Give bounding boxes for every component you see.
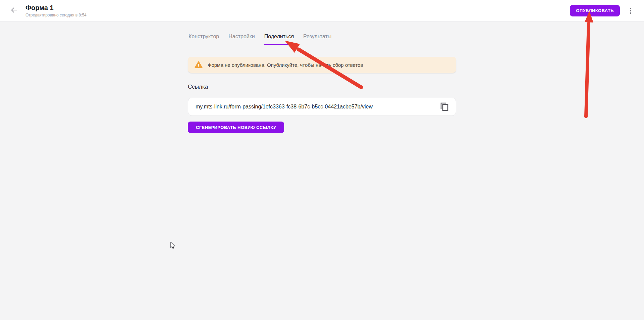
top-bar: Форма 1 Отредактировано сегодня в 8:54 О… xyxy=(0,0,644,21)
tab-settings[interactable]: Настройки xyxy=(228,34,255,45)
generate-new-link-button[interactable]: СГЕНЕРИРОВАТЬ НОВУЮ ССЫЛКУ xyxy=(188,122,284,133)
last-edited-status: Отредактировано сегодня в 8:54 xyxy=(25,13,87,17)
kebab-menu-icon xyxy=(630,8,631,14)
form-link-field[interactable]: my.mts-link.ru/form-passing/1efc3363-fc3… xyxy=(188,98,456,116)
form-link-value: my.mts-link.ru/form-passing/1efc3363-fc3… xyxy=(196,104,373,110)
back-button[interactable] xyxy=(8,5,20,17)
link-section-label: Ссылка xyxy=(188,84,456,90)
tab-results[interactable]: Результаты xyxy=(303,34,332,45)
publish-button[interactable]: ОПУБЛИКОВАТЬ xyxy=(570,5,620,16)
copy-link-button[interactable] xyxy=(439,101,450,112)
arrow-left-icon xyxy=(10,6,18,15)
tab-constructor[interactable]: Конструктор xyxy=(188,34,220,45)
more-menu-button[interactable] xyxy=(625,5,636,16)
arrow-to-publish-button xyxy=(585,11,593,117)
tab-bar: Конструктор Настройки Поделиться Результ… xyxy=(188,34,456,45)
mouse-pointer xyxy=(171,242,175,248)
share-page: Конструктор Настройки Поделиться Результ… xyxy=(188,34,456,133)
warning-triangle-icon xyxy=(195,61,203,68)
tab-share[interactable]: Поделиться xyxy=(264,34,294,45)
page-title: Форма 1 xyxy=(25,4,87,12)
title-block: Форма 1 Отредактировано сегодня в 8:54 xyxy=(25,4,87,17)
copy-icon xyxy=(440,102,449,112)
not-published-warning-banner: Форма не опубликована. Опубликуйте, чтоб… xyxy=(188,57,456,73)
warning-text: Форма не опубликована. Опубликуйте, чтоб… xyxy=(208,62,363,68)
